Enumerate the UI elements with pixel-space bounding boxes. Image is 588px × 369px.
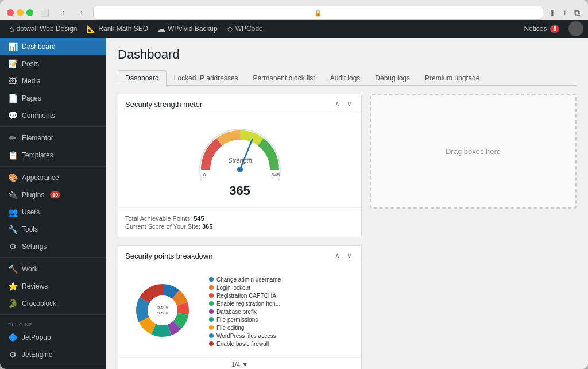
- sidebar-item-crocoblock[interactable]: 🐊 Crocoblock: [0, 295, 106, 312]
- breakdown-collapse-down[interactable]: ∨: [345, 251, 354, 261]
- jetpopup-icon: 🔷: [8, 333, 17, 342]
- legend-item-5: Database prefix: [209, 309, 281, 315]
- admin-bar-rankmath[interactable]: 📐 Rank Math SEO: [82, 20, 153, 38]
- sidebar-label-plugins: Plugins: [22, 191, 44, 199]
- donut-legend: Change admin username Login lockout Regi…: [209, 276, 281, 347]
- legend-dot-8: [209, 333, 214, 338]
- tab-audit-logs[interactable]: Audit logs: [323, 70, 368, 86]
- security-breakdown-panel: Security points breakdown ∧ ∨: [118, 245, 362, 369]
- sidebar-item-jetengine[interactable]: ⚙ JetEngine: [0, 346, 106, 363]
- comments-icon: 💬: [8, 111, 17, 120]
- admin-bar-wpvivid[interactable]: ☁ WPvivid Backup: [153, 20, 222, 38]
- sidebar-item-appearance[interactable]: 🎨 Appearance: [0, 169, 106, 186]
- fullscreen-button[interactable]: [26, 9, 33, 16]
- legend-label-7: File editing: [216, 325, 244, 331]
- drag-box-label: Drag boxes here: [446, 147, 501, 156]
- sidebar-label-appearance: Appearance: [22, 174, 59, 182]
- sidebar-item-pages[interactable]: 📄 Pages: [0, 90, 106, 107]
- dashboard-icon: 📊: [8, 42, 17, 51]
- notices-button[interactable]: Notices 6: [519, 20, 564, 38]
- legend-dot-5: [209, 309, 214, 314]
- tab-permanent-block[interactable]: Permanent block list: [246, 70, 323, 86]
- sidebar-divider-1: [0, 126, 106, 127]
- sidebar-item-work[interactable]: 🔨 Work: [0, 260, 106, 278]
- sidebar-item-settings[interactable]: ⚙ Settings: [0, 238, 106, 255]
- traffic-lights: [7, 9, 33, 16]
- notices-count: 6: [550, 25, 559, 33]
- add-tab-button[interactable]: +: [562, 7, 568, 18]
- security-breakdown-body: 5.5% 5.5% Change admin username: [118, 266, 361, 357]
- legend-label-5: Database prefix: [216, 309, 257, 315]
- legend-item-6: File permissions: [209, 317, 281, 323]
- minimize-button[interactable]: [17, 9, 24, 16]
- total-achievable: Total Achievable Points: 545: [125, 215, 354, 222]
- address-bar[interactable]: 🔒: [93, 6, 543, 20]
- tabs-bar: Dashboard Locked IP addresses Permanent …: [118, 70, 577, 86]
- sidebar-item-jetpopup[interactable]: 🔷 JetPopup: [0, 329, 106, 346]
- content-panels-row: Security strength meter ∧ ∨: [118, 94, 577, 369]
- admin-bar-right: Notices 6: [519, 20, 583, 38]
- legend-label-2: Login lockout: [216, 285, 250, 291]
- breakdown-collapse-up[interactable]: ∧: [332, 251, 342, 261]
- svg-point-3: [237, 167, 243, 172]
- sidebar-item-templates[interactable]: 📋 Templates: [0, 147, 106, 164]
- admin-bar-site-link[interactable]: ⌂ dotwall Web Design: [5, 20, 82, 38]
- panel-collapse-down[interactable]: ∨: [345, 99, 354, 109]
- sidebar-item-users[interactable]: 👥 Users: [0, 203, 106, 221]
- crocoblock-icon: 🐊: [8, 299, 17, 308]
- tab-premium-upgrade[interactable]: Premium upgrade: [417, 70, 487, 86]
- sidebar-label-posts: Posts: [22, 60, 39, 68]
- sidebar-label-pages: Pages: [22, 94, 41, 102]
- tab-locked-ip[interactable]: Locked IP addresses: [167, 70, 246, 86]
- legend-dot-6: [209, 317, 214, 322]
- svg-text:0: 0: [203, 172, 206, 178]
- donut-chart-svg: 5.5% 5.5%: [125, 273, 200, 348]
- page-indicator: 1/4: [231, 361, 240, 368]
- security-strength-panel: Security strength meter ∧ ∨: [118, 94, 362, 237]
- admin-bar-wpcode[interactable]: ◇ WPCode: [222, 20, 268, 38]
- legend-label-9: Enable basic firewall: [216, 341, 269, 347]
- sidebar-item-comments[interactable]: 💬 Comments: [0, 107, 106, 124]
- reviews-icon: ⭐: [8, 282, 17, 291]
- share-button[interactable]: ⬆: [548, 7, 557, 18]
- legend-item-1: Change admin username: [209, 276, 281, 283]
- back-button[interactable]: ‹: [56, 6, 70, 20]
- sidebar-divider-4: [0, 314, 106, 315]
- left-panels: Security strength meter ∧ ∨: [118, 94, 362, 369]
- breakdown-pagination: 1/4 ▼: [118, 357, 361, 369]
- panel-controls-breakdown: ∧ ∨: [332, 251, 354, 261]
- security-strength-header: Security strength meter ∧ ∨: [118, 94, 361, 114]
- admin-bar-wpvivid-label: WPvivid Backup: [168, 25, 218, 33]
- tab-debug-logs[interactable]: Debug logs: [368, 70, 417, 86]
- gauge-container: 0 545 Strength: [194, 124, 286, 181]
- sidebar-item-tools[interactable]: 🔧 Tools: [0, 221, 106, 238]
- legend-dot-2: [209, 285, 214, 290]
- copy-button[interactable]: ⧉: [573, 7, 581, 19]
- plugins-badge: 19: [50, 191, 60, 198]
- svg-text:5.5%: 5.5%: [157, 305, 168, 310]
- wpcode-icon: ◇: [227, 24, 233, 33]
- forward-button[interactable]: ›: [75, 6, 88, 20]
- panel-collapse-up[interactable]: ∧: [332, 99, 342, 109]
- legend-dot-9: [209, 341, 214, 346]
- posts-icon: 📝: [8, 59, 17, 68]
- pagination-arrow: ▼: [242, 361, 248, 368]
- close-button[interactable]: [7, 9, 14, 16]
- sidebar-item-reviews[interactable]: ⭐ Reviews: [0, 278, 106, 295]
- tab-overview-button[interactable]: ⬜: [38, 6, 52, 20]
- sidebar-item-plugins[interactable]: 🔌 Plugins 19: [0, 186, 106, 203]
- sidebar-item-dashboard[interactable]: 📊 Dashboard: [0, 38, 106, 55]
- legend-label-3: Registration CAPTCHA: [216, 293, 276, 299]
- page-title: Dashboard: [118, 47, 577, 62]
- sidebar-item-posts[interactable]: 📝 Posts: [0, 55, 106, 72]
- sidebar-item-media[interactable]: 🖼 Media: [0, 72, 106, 90]
- sidebar-label-media: Media: [22, 77, 41, 85]
- svg-text:545: 545: [271, 172, 280, 178]
- security-strength-body: 0 545 Strength 365: [118, 114, 361, 207]
- wordpress-icon: ⌂: [9, 24, 14, 33]
- legend-item-3: Registration CAPTCHA: [209, 293, 281, 299]
- tab-dashboard[interactable]: Dashboard: [118, 70, 167, 86]
- tools-icon: 🔧: [8, 225, 17, 234]
- user-avatar[interactable]: [568, 21, 583, 36]
- sidebar-item-elementor[interactable]: ✏ Elementor: [0, 129, 106, 147]
